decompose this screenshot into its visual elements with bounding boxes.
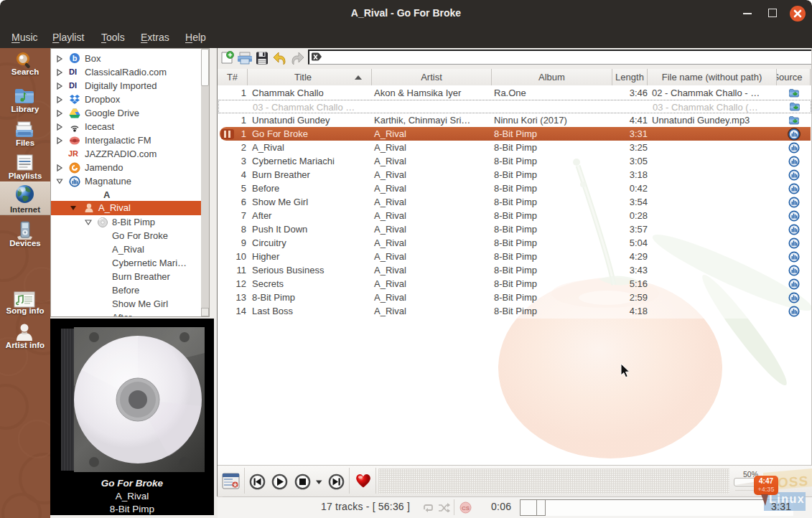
svg-text:b: b [73, 54, 78, 62]
svg-text:CS: CS [462, 505, 470, 512]
